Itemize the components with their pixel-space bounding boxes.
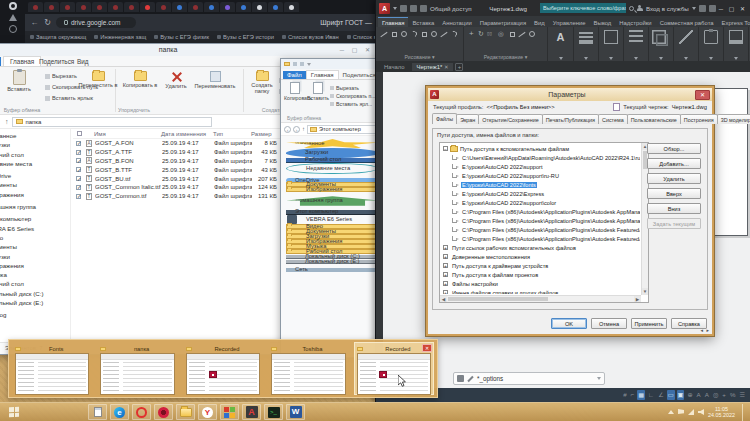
nav-pane-item[interactable]: Локальный диск (E:) <box>0 298 70 307</box>
browser-tab[interactable] <box>172 2 187 12</box>
panel-utilities[interactable] <box>674 27 699 61</box>
array-tool-icon[interactable] <box>528 30 536 38</box>
new-folder-button[interactable]: Создать папку <box>247 71 277 94</box>
up-icon[interactable]: ↑ <box>5 118 9 125</box>
status-toggle-icon[interactable]: + <box>721 390 727 400</box>
signin-button[interactable]: Вход в службы <box>646 5 689 12</box>
qat-save-icon[interactable] <box>420 5 427 12</box>
action-center-icon[interactable] <box>678 409 684 415</box>
qat-button[interactable] <box>293 62 297 66</box>
close-icon[interactable]: ✕ <box>695 90 710 100</box>
paste-button[interactable]: Вставить <box>4 70 34 92</box>
tree-path-item[interactable]: E:\уроки\AutoCAD 2022\support <box>441 162 640 171</box>
panel-block[interactable] <box>599 27 624 61</box>
nav-pane-item[interactable]: Локальный диск (C:) <box>0 289 70 298</box>
tab-home[interactable]: Главная <box>306 70 339 79</box>
close-thumbnail-icon[interactable]: ✕ <box>422 344 432 352</box>
tree-path-item[interactable]: C:\Program Files (x86)\Autodesk\Applicat… <box>441 234 640 243</box>
dialog-bottom-button[interactable]: OK <box>551 318 587 329</box>
status-toggle-icon[interactable]: % <box>729 390 737 400</box>
up-icon[interactable]: ↑ <box>302 126 305 132</box>
browser-tab[interactable] <box>268 2 283 12</box>
chevron-down-icon[interactable] <box>307 63 311 66</box>
panel-modify[interactable]: Редактирование ▾ <box>464 27 548 61</box>
move-to-button[interactable]: Переместить в <box>77 71 119 88</box>
nav-pane-item[interactable]: Документы <box>0 180 70 189</box>
tree-path-item[interactable]: E:\уроки\AutoCAD 2022\support\ru-RU <box>441 171 640 180</box>
browser-tab[interactable] <box>108 2 123 12</box>
ribbon-tab[interactable]: Совместная работа <box>656 18 718 27</box>
browser-tab[interactable] <box>44 2 59 12</box>
window-thumbnail[interactable]: папка ✕ <box>97 342 177 395</box>
ribbon-tab[interactable]: Вид <box>530 18 549 27</box>
status-toggle-icon[interactable]: A <box>704 390 710 400</box>
nav-pane-item[interactable]: Сеть <box>286 268 379 272</box>
taskbar-photos-button[interactable] <box>220 404 239 420</box>
dialog-side-button[interactable]: Обзор... <box>647 143 701 154</box>
status-toggle-icon[interactable]: ◎ <box>712 390 719 400</box>
nav-pane-item[interactable]: Рабочий стол <box>286 249 379 254</box>
dialog-tab[interactable]: Печать/Публикация <box>542 114 599 124</box>
bookmark-item[interactable]: Список вузов Иван <box>282 34 339 40</box>
browser-tab[interactable] <box>76 2 91 12</box>
panel-properties[interactable] <box>624 27 649 61</box>
command-line[interactable]: *_options <box>453 372 605 385</box>
options-dialog[interactable]: A Параметры ✕ Текущий профиль: <<Профиль… <box>426 86 714 336</box>
tree-root-node[interactable]: Путь доступа к вспомогательным файлам <box>441 144 640 153</box>
back-icon[interactable]: ← <box>30 18 39 27</box>
nav-pane-item[interactable]: Изображения <box>0 190 70 199</box>
user-icon[interactable] <box>637 5 643 11</box>
select-all-checkbox[interactable] <box>77 131 82 136</box>
move-tool-icon[interactable] <box>468 30 476 38</box>
ribbon-tab[interactable]: Главная <box>378 17 408 27</box>
tab-view[interactable]: Вид <box>71 57 95 66</box>
paste-shortcut-button[interactable]: Вставить ярлык <box>45 95 93 101</box>
dialog-tab[interactable]: Открытие/Сохранение <box>478 114 542 124</box>
browser-tab[interactable] <box>140 2 155 12</box>
window-thumbnail[interactable]: Recorded ✕ <box>183 342 263 395</box>
column-size[interactable]: Размер <box>251 131 272 137</box>
panel-modify-label[interactable]: Редактирование ▾ <box>464 54 547 60</box>
copy-path-button[interactable]: Скопировать п... <box>330 92 380 100</box>
ribbon-tab[interactable]: Управление <box>549 18 590 27</box>
dialog-side-button[interactable]: Вверх <box>647 188 701 199</box>
nav-pane-item[interactable]: Документы <box>0 242 70 251</box>
back-icon[interactable]: ‹ <box>284 126 291 133</box>
refresh-icon[interactable]: ↻ <box>43 18 52 27</box>
polyline-tool-icon[interactable] <box>390 30 398 38</box>
status-toggle-icon[interactable]: ⌐ <box>630 390 636 400</box>
taskbar-opera-button[interactable] <box>132 404 151 420</box>
nav-pane-item[interactable]: Рабочий стол <box>0 150 70 159</box>
status-toggle-icon[interactable]: ☰ <box>738 390 746 400</box>
cut-button[interactable]: Вырезать <box>330 84 380 92</box>
taskbar-notepad-button[interactable] <box>88 404 107 420</box>
trim-tool-icon[interactable] <box>508 30 516 38</box>
taskbar-edge-button[interactable]: e <box>110 404 129 420</box>
scroll-down-icon[interactable]: ▼ <box>642 288 648 295</box>
ellipse-tool-icon[interactable] <box>430 30 438 38</box>
panel-view[interactable] <box>724 27 749 61</box>
start-button[interactable] <box>2 404 26 421</box>
browser-tab-strip[interactable] <box>0 0 378 14</box>
taskbar-clock[interactable]: 11:05 24.05.2022 <box>708 406 735 419</box>
browser-window[interactable]: ← ↻ drive.google.com Шрифт ГОСТ — Защита… <box>0 0 378 45</box>
expand-icon[interactable] <box>443 272 448 277</box>
line-tool-icon[interactable] <box>380 30 388 38</box>
dialog-tab[interactable]: 3D моделирован <box>717 114 750 124</box>
copy-button[interactable]: Копировать <box>284 82 305 101</box>
cut-button[interactable]: Вырезать <box>45 73 77 79</box>
expand-icon[interactable] <box>443 290 448 294</box>
chevron-down-icon[interactable] <box>692 7 696 10</box>
command-customize-icon[interactable] <box>457 375 464 382</box>
dialog-tab[interactable]: Пользовательские <box>627 114 681 124</box>
nav-pane-item[interactable]: Недавние места <box>0 159 70 168</box>
tree-path-item[interactable]: C:\Program Files (x86)\Autodesk\Applicat… <box>441 207 640 216</box>
dialog-tab[interactable]: Файлы <box>432 113 457 124</box>
tree-path-item[interactable]: C:\Users\Евгений\AppData\Roaming\Autodes… <box>441 153 640 162</box>
tab-file[interactable]: Файл <box>0 57 1 66</box>
tree-group-item[interactable]: Пути ссылок рабочих вспомогательных файл… <box>441 243 640 252</box>
circle-tool-icon[interactable] <box>400 30 408 38</box>
browser-tab[interactable] <box>220 2 235 12</box>
collapse-icon[interactable] <box>443 146 448 151</box>
breadcrumb[interactable]: Этот компьютер <box>307 125 376 134</box>
